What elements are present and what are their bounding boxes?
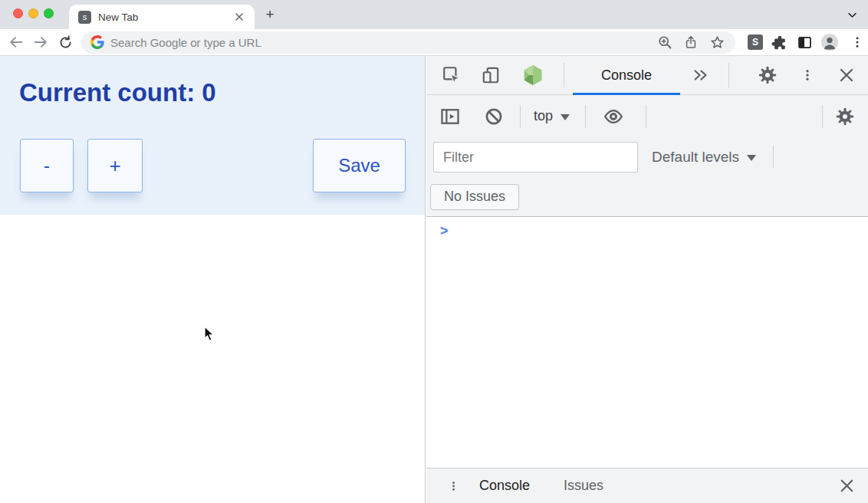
browser-menu-icon[interactable] bbox=[848, 33, 866, 51]
zoom-icon[interactable] bbox=[656, 33, 674, 51]
mouse-pointer-icon bbox=[204, 326, 215, 345]
drawer-tab-issues[interactable]: Issues bbox=[564, 478, 603, 494]
console-settings-icon[interactable] bbox=[835, 107, 855, 127]
live-expression-eye-icon[interactable] bbox=[601, 106, 626, 127]
tab-close-icon[interactable] bbox=[233, 11, 245, 23]
default-levels-dropdown[interactable]: Default levels bbox=[652, 149, 756, 166]
reload-icon[interactable] bbox=[55, 32, 75, 52]
current-count-heading: Current count: 0 bbox=[19, 78, 216, 107]
context-selector-label: top bbox=[534, 108, 553, 124]
google-logo-icon bbox=[90, 35, 104, 49]
console-sidebar-icon[interactable] bbox=[439, 106, 461, 127]
extensions-puzzle-icon[interactable] bbox=[770, 33, 788, 51]
more-tabs-icon[interactable] bbox=[692, 67, 709, 84]
devtools-panel: Console bbox=[426, 56, 868, 503]
zoom-window-button[interactable] bbox=[44, 8, 54, 18]
counter-panel: Current count: 0 - + Save bbox=[0, 56, 425, 215]
chevron-down-icon bbox=[561, 114, 570, 120]
tab-console[interactable]: Console bbox=[573, 56, 680, 95]
chevron-down-icon bbox=[747, 155, 756, 161]
console-filter-row: Default levels bbox=[426, 137, 868, 177]
increment-button[interactable]: + bbox=[87, 139, 143, 192]
prompt-chevron: > bbox=[440, 223, 449, 238]
tab-search-icon[interactable] bbox=[843, 7, 860, 22]
browser-window: s New Tab + bbox=[0, 0, 868, 503]
devtools-menu-icon[interactable] bbox=[801, 67, 814, 84]
console-toolbar: top bbox=[426, 95, 868, 137]
omnibox-input[interactable] bbox=[110, 36, 648, 49]
minimize-window-button[interactable] bbox=[28, 8, 38, 18]
count-value: 0 bbox=[202, 78, 215, 107]
devtools-settings-icon[interactable] bbox=[758, 65, 778, 85]
node-icon[interactable] bbox=[521, 64, 544, 87]
devtools-drawer: Console Issues bbox=[426, 468, 868, 503]
count-label: Current count: bbox=[19, 78, 202, 107]
bookmark-star-icon[interactable] bbox=[708, 33, 726, 51]
save-button[interactable]: Save bbox=[313, 139, 406, 192]
side-panel-icon[interactable] bbox=[795, 33, 814, 51]
window-controls bbox=[13, 8, 54, 18]
page-viewport: Current count: 0 - + Save bbox=[0, 56, 426, 503]
navigation-bar: S bbox=[0, 29, 868, 56]
tab-title: New Tab bbox=[98, 12, 233, 23]
issues-row: No Issues bbox=[426, 177, 868, 217]
clear-console-icon[interactable] bbox=[484, 107, 504, 127]
back-icon[interactable] bbox=[6, 32, 26, 52]
share-icon[interactable] bbox=[682, 33, 700, 51]
drawer-menu-icon[interactable] bbox=[448, 478, 459, 494]
console-prompt[interactable]: > bbox=[440, 223, 839, 243]
drawer-close-icon[interactable] bbox=[838, 477, 856, 495]
drawer-tab-console[interactable]: Console bbox=[479, 478, 530, 494]
new-tab-button[interactable]: + bbox=[262, 7, 278, 22]
filter-input[interactable] bbox=[433, 142, 638, 173]
close-window-button[interactable] bbox=[13, 8, 23, 18]
forward-icon[interactable] bbox=[31, 32, 51, 52]
console-output-area[interactable]: > bbox=[426, 217, 868, 468]
decrement-button[interactable]: - bbox=[20, 139, 74, 192]
browser-tab[interactable]: s New Tab bbox=[69, 5, 255, 29]
default-levels-label: Default levels bbox=[652, 149, 739, 166]
devtools-close-icon[interactable] bbox=[837, 66, 856, 84]
device-toolbar-icon[interactable] bbox=[481, 65, 501, 85]
tab-strip: s New Tab + bbox=[0, 0, 868, 29]
profile-avatar[interactable] bbox=[820, 33, 839, 51]
omnibox[interactable] bbox=[81, 31, 735, 54]
context-selector[interactable]: top bbox=[534, 108, 570, 124]
devtools-main-toolbar: Console bbox=[426, 56, 868, 95]
no-issues-button[interactable]: No Issues bbox=[430, 184, 519, 210]
inspect-element-icon[interactable] bbox=[442, 65, 462, 85]
extension-badge[interactable]: S bbox=[748, 35, 763, 50]
tab-favicon: s bbox=[78, 11, 91, 24]
